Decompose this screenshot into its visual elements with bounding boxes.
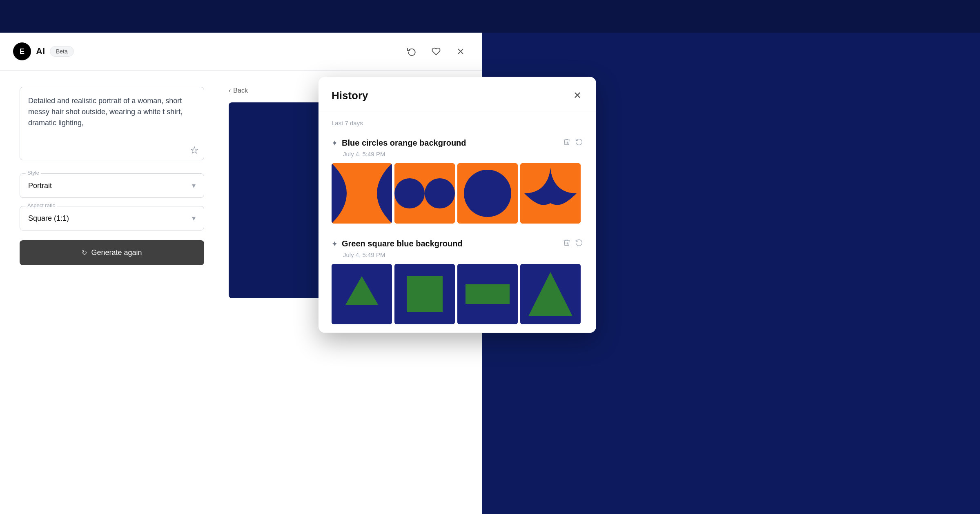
aspect-ratio-field: Aspect ratio Square (1:1) ▾ [20, 206, 204, 230]
close-icon [456, 47, 465, 56]
form-section: Style Portrait ▾ Aspect ratio Square (1:… [0, 87, 204, 298]
history-button[interactable] [403, 43, 420, 60]
history-green-image-1[interactable] [332, 264, 392, 324]
svg-rect-14 [466, 284, 510, 304]
ai-header-actions [403, 43, 469, 60]
sparkle-icon-2: ✦ [332, 239, 338, 248]
close-button[interactable] [452, 43, 469, 60]
history-item-2: ✦ Green square blue background [318, 232, 596, 333]
magic-icon [190, 146, 198, 156]
history-item-2-date: July 4, 5:49 PM [332, 251, 583, 258]
history-item-2-title: Green square blue background [342, 239, 463, 248]
svg-point-4 [394, 178, 425, 208]
ai-header: E AI Beta [0, 33, 482, 71]
history-item-2-header: ✦ Green square blue background [332, 239, 583, 249]
history-item-1-title: Blue circles orange background [342, 138, 466, 148]
regenerate-icon-2[interactable] [575, 239, 583, 249]
svg-point-7 [464, 170, 511, 217]
history-header: History ✕ [318, 77, 596, 111]
history-item-2-title-row: ✦ Green square blue background [332, 239, 463, 248]
aspect-ratio-label: Aspect ratio [26, 202, 57, 208]
delete-icon-1[interactable] [563, 138, 571, 148]
history-item-1-images [332, 163, 583, 224]
history-close-button[interactable]: ✕ [572, 88, 583, 103]
heart-icon [432, 47, 441, 56]
sparkle-icon-1: ✦ [332, 139, 338, 148]
aspect-ratio-select-wrapper[interactable]: Aspect ratio Square (1:1) ▾ [20, 206, 204, 230]
logo-letter: E [20, 47, 24, 56]
preview-image [229, 102, 327, 298]
history-green-image-2[interactable] [394, 264, 455, 324]
top-bar [0, 0, 980, 33]
history-image-2[interactable] [394, 163, 455, 224]
history-item: ✦ Blue circles orange background [318, 131, 596, 232]
delete-icon-2[interactable] [563, 239, 571, 249]
elementor-logo: E [13, 42, 31, 60]
prompt-wrapper [20, 87, 204, 162]
history-icon [407, 47, 416, 56]
history-item-1-date: July 4, 5:49 PM [332, 151, 583, 157]
ai-label: AI [36, 46, 45, 57]
history-image-4[interactable] [520, 163, 581, 224]
back-chevron-icon: ‹ [229, 87, 231, 94]
favorite-button[interactable] [428, 43, 444, 60]
history-modal: History ✕ Last 7 days ✦ Blue circles ora… [318, 77, 596, 333]
style-select[interactable]: Portrait ▾ [20, 174, 204, 197]
svg-rect-12 [407, 276, 443, 312]
history-image-3[interactable] [457, 163, 518, 224]
history-item-2-images [332, 264, 583, 324]
history-item-1-actions [563, 138, 583, 148]
history-title: History [332, 89, 368, 102]
beta-badge: Beta [50, 46, 74, 57]
back-label: Back [233, 87, 248, 94]
aspect-ratio-value: Square (1:1) [28, 214, 69, 223]
generate-button[interactable]: ↻ Generate again [20, 240, 204, 265]
refresh-icon: ↻ [82, 249, 87, 257]
history-item-2-actions [563, 239, 583, 249]
style-value: Portrait [28, 182, 52, 190]
history-image-1[interactable] [332, 163, 392, 224]
history-green-image-3[interactable] [457, 264, 518, 324]
chevron-down-icon-2: ▾ [192, 214, 196, 223]
history-item-1-title-row: ✦ Blue circles orange background [332, 138, 466, 148]
aspect-ratio-select[interactable]: Square (1:1) ▾ [20, 206, 204, 230]
svg-point-5 [425, 178, 455, 208]
ai-logo-area: E AI Beta [13, 42, 74, 60]
style-label: Style [26, 170, 41, 176]
generate-button-label: Generate again [91, 248, 142, 257]
regenerate-icon-1[interactable] [575, 138, 583, 148]
chevron-down-icon: ▾ [192, 181, 196, 190]
prompt-textarea[interactable] [20, 87, 204, 160]
history-green-image-4[interactable] [520, 264, 581, 324]
style-field: Style Portrait ▾ [20, 173, 204, 198]
style-select-wrapper[interactable]: Style Portrait ▾ [20, 173, 204, 198]
history-section-label: Last 7 days [318, 111, 596, 131]
history-item-1-header: ✦ Blue circles orange background [332, 138, 583, 148]
